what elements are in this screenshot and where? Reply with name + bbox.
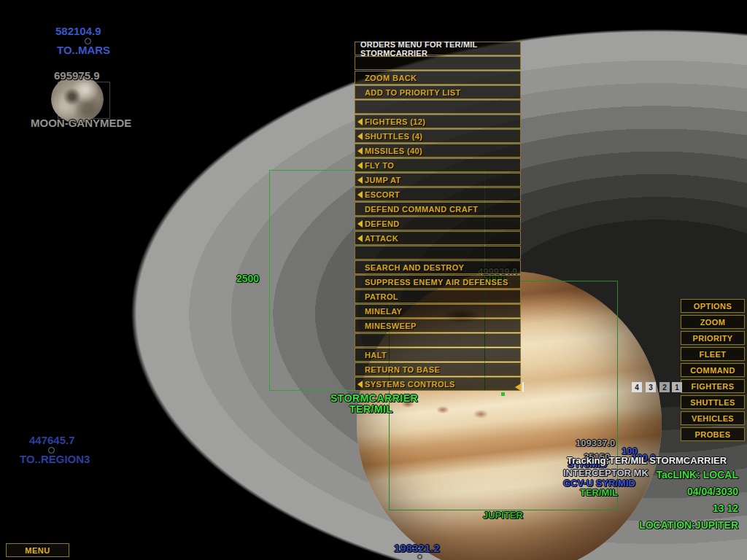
contact-ship-class: INTERCEPTOR MK: [563, 467, 649, 478]
menu-separator: [355, 333, 521, 347]
menu-item-label: ATTACK: [365, 234, 398, 243]
region3-label[interactable]: TO..REGION3: [20, 453, 90, 465]
menu-item-jump-at[interactable]: JUMP AT: [355, 173, 521, 187]
menu-item-minesweep[interactable]: MINESWEEP: [355, 319, 521, 332]
menu-item-defend[interactable]: DEFEND: [355, 217, 521, 230]
mars-distance: 582104.9: [55, 25, 101, 37]
submenu-arrow-icon: [357, 191, 363, 198]
menu-item-patrol[interactable]: PATROL: [355, 289, 521, 303]
menu-item-return-to-base[interactable]: RETURN TO BASE: [355, 362, 521, 376]
menu-item-label: FLY TO: [365, 161, 394, 170]
menu-item-label: RETURN TO BASE: [365, 365, 440, 374]
menu-item-minelay[interactable]: MINELAY: [355, 304, 521, 318]
cursor-icon: [515, 384, 521, 391]
menu-item-label: SYSTEMS CONTROLS: [365, 380, 455, 389]
panel-button-probes[interactable]: PROBES: [681, 427, 745, 441]
contact-distance: 109337.0: [576, 438, 615, 448]
menu-item-halt[interactable]: HALT: [355, 348, 521, 362]
menu-item-label: ZOOM BACK: [365, 74, 417, 82]
menu-item-escort[interactable]: ESCORT: [355, 187, 521, 201]
weapon-group-chip-3[interactable]: 3: [646, 382, 656, 392]
menu-separator: [355, 100, 521, 114]
submenu-arrow-icon: [357, 147, 363, 155]
cursor-bar-icon: [522, 382, 524, 392]
jupiter-distance: 198321.2: [394, 542, 440, 554]
menu-item-attack[interactable]: ATTACK: [355, 231, 521, 245]
panel-button-zoom[interactable]: ZOOM: [681, 315, 745, 329]
menu-item-shuttles-4[interactable]: SHUTTLES (4): [355, 129, 521, 143]
ganymede-distance: 695975.9: [54, 69, 100, 82]
submenu-arrow-icon: [357, 133, 363, 140]
grid-range-2500: 2500: [236, 273, 259, 284]
jupiter-label[interactable]: JUPITER: [483, 510, 523, 521]
menu-button[interactable]: MENU: [6, 543, 69, 557]
menu-item-label: FIGHTERS (12): [365, 117, 425, 126]
clock: 13 12: [713, 502, 738, 514]
panel-button-shuttles[interactable]: SHUTTLES: [681, 395, 745, 409]
menu-item-defend-command-craft[interactable]: DEFEND COMMAND CRAFT: [355, 202, 521, 216]
submenu-arrow-icon: [357, 381, 363, 388]
menu-item-zoom-back[interactable]: ZOOM BACK: [355, 71, 521, 85]
menu-item-label: DEFEND: [365, 219, 400, 228]
menu-item-label: SEARCH AND DESTROY: [365, 263, 464, 272]
contact-faction: TER/MIL: [580, 487, 618, 498]
weapon-group-chip-1[interactable]: 1: [672, 382, 682, 392]
menu-item-add-to-priority-list[interactable]: ADD TO PRIORITY LIST: [355, 85, 521, 99]
panel-button-priority[interactable]: PRIORITY: [681, 331, 745, 345]
taclink-status: TacLINK: LOCAL: [656, 469, 738, 481]
tracking-readout: Tracking:TER/MIL STORMCARRIER: [567, 455, 727, 466]
ganymede-label[interactable]: MOON-GANYMEDE: [31, 117, 131, 129]
menu-item-label: JUMP AT: [365, 176, 401, 184]
menu-separator: [355, 246, 521, 260]
weapon-group-chip-4[interactable]: 4: [632, 382, 642, 392]
moon-selection-box: [58, 82, 110, 119]
submenu-arrow-icon: [357, 235, 363, 242]
location-readout: LOCATION:JUPITER: [639, 519, 738, 531]
menu-item-fly-to[interactable]: FLY TO: [355, 158, 521, 172]
panel-button-fleet[interactable]: FLEET: [681, 347, 745, 361]
target-faction: TER/MIL: [349, 403, 393, 415]
menu-item-label: MINESWEEP: [365, 322, 417, 330]
menu-item-label: HALT: [365, 351, 387, 359]
menu-item-suppress-enemy-air-defenses[interactable]: SUPPRESS ENEMY AIR DEFENSES: [355, 275, 521, 289]
submenu-arrow-icon: [357, 176, 363, 184]
menu-item-fighters-12[interactable]: FIGHTERS (12): [355, 114, 521, 128]
target-ring-icon: [417, 553, 423, 560]
stardate: 04/04/3030: [687, 486, 738, 497]
panel-button-options[interactable]: OPTIONS: [681, 299, 745, 313]
menu-item-label: MISSILES (40): [365, 147, 422, 155]
menu-item-search-and-destroy[interactable]: SEARCH AND DESTROY: [355, 260, 521, 274]
submenu-arrow-icon: [357, 220, 363, 228]
region3-distance: 447645.7: [29, 434, 75, 446]
panel-button-fighters[interactable]: FIGHTERS: [681, 379, 745, 393]
menu-item-missiles-40[interactable]: MISSILES (40): [355, 144, 521, 158]
mars-label[interactable]: TO..MARS: [57, 44, 110, 56]
orders-menu-title: ORDERS MENU FOR TER/MIL STORMCARRIER: [355, 42, 521, 55]
panel-button-command[interactable]: COMMAND: [681, 363, 745, 377]
weapon-group-chip-2[interactable]: 2: [659, 382, 670, 392]
menu-item-label: ADD TO PRIORITY LIST: [365, 88, 461, 97]
menu-item-label: MINELAY: [365, 307, 402, 316]
tactical-viewscreen: 582104.9 TO..MARS 695975.9 MOON-GANYMEDE…: [0, 0, 747, 560]
menu-item-label: PATROL: [365, 292, 398, 301]
menu-item-label: SUPPRESS ENEMY AIR DEFENSES: [365, 278, 508, 287]
menu-separator: [355, 56, 521, 70]
menu-item-label: SHUTTLES (4): [365, 132, 422, 141]
submenu-arrow-icon: [357, 162, 363, 169]
target-name[interactable]: STORMCARRIER: [330, 392, 418, 404]
panel-button-vehicles[interactable]: VEHICLES: [681, 411, 745, 425]
waypoint-dot: [501, 392, 505, 396]
menu-item-label: ESCORT: [365, 190, 400, 199]
menu-item-label: ORDERS MENU FOR TER/MIL STORMCARRIER: [360, 40, 520, 58]
submenu-arrow-icon: [357, 118, 363, 125]
menu-item-label: DEFEND COMMAND CRAFT: [365, 205, 478, 214]
menu-item-systems-controls[interactable]: SYSTEMS CONTROLS: [355, 377, 521, 391]
